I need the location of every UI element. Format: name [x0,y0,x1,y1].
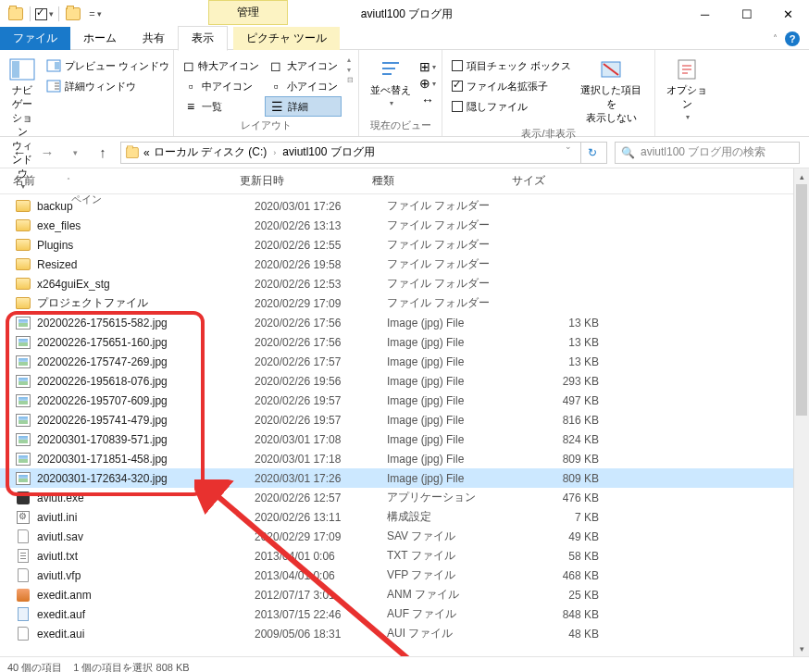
close-button[interactable]: ✕ [767,0,809,28]
table-row[interactable]: x264guiEx_stg2020/02/26 12:53ファイル フォルダー [0,274,793,293]
options-icon [672,57,702,81]
app-icon[interactable] [6,4,26,24]
table-row[interactable]: backup2020/03/01 17:26ファイル フォルダー [0,196,793,216]
table-row[interactable]: exe_files2020/02/26 13:13ファイル フォルダー [0,216,793,235]
table-row[interactable]: aviutl.ini2020/02/26 13:11構成設定7 KB [0,507,793,527]
scroll-up-button[interactable]: ▴ [794,168,809,184]
file-name: 20200226-175747-269.jpg [37,355,255,368]
column-name[interactable]: 名前˄ [13,173,240,189]
qat-properties-icon[interactable]: ▾ [34,4,55,24]
table-row[interactable]: aviutl.exe2020/02/26 12:57アプリケーション476 KB [0,488,793,507]
table-row[interactable]: 20200301-171851-458.jpg2020/03/01 17:18I… [0,449,793,468]
collapse-ribbon-button[interactable]: ˄ [773,33,778,44]
scroll-down-button[interactable]: ▾ [794,641,809,656]
file-size: 809 KB [527,453,599,466]
table-row[interactable]: 20200301-170839-571.jpg2020/03/01 17:08I… [0,429,793,449]
m-icons-icon: ▫ [183,79,198,93]
autosize-icon[interactable]: ↔ [420,93,435,107]
breadcrumb-part-1[interactable]: ローカル ディスク (C:) [154,144,268,160]
breadcrumb-part-2[interactable]: aviutl100 ブログ用 [282,144,374,160]
file-size: 13 KB [527,317,599,330]
folder-icon [15,198,31,215]
hidden-files-toggle[interactable]: 隠しファイル [448,96,575,117]
address-dropdown-icon[interactable]: ⌄ [559,142,578,164]
table-row[interactable]: exedit.anm2012/07/17 3:01ANM ファイル25 KB [0,585,793,604]
minimize-button[interactable]: ─ [684,0,726,28]
column-size[interactable]: サイズ [512,173,595,189]
table-row[interactable]: exedit.auf2013/07/15 22:46AUF ファイル848 KB [0,604,793,624]
quick-access-toolbar: ▾ =▾ [0,4,111,24]
table-row[interactable]: 20200226-195707-609.jpg2020/02/26 19:57I… [0,391,793,410]
layout-scroll-down[interactable]: ▾ [347,66,354,74]
preview-pane-button[interactable]: プレビュー ウィンドウ [43,56,173,76]
vertical-scrollbar[interactable]: ▴ ▾ [793,168,809,656]
table-row[interactable]: 20200226-195741-479.jpg2020/02/26 19:57I… [0,410,793,429]
table-row[interactable]: Resized2020/02/26 19:58ファイル フォルダー [0,255,793,274]
table-row[interactable]: 20200226-175651-160.jpg2020/02/26 17:56I… [0,332,793,352]
file-type: ファイル フォルダー [387,256,527,272]
file-type: Image (jpg) File [387,414,527,427]
add-columns-icon[interactable]: ⊕▾ [420,76,435,91]
list-view-button[interactable]: ≡一覧 [180,96,261,117]
layout-scroll-up[interactable]: ▴ [347,56,354,64]
hide-selected-button[interactable]: 選択した項目を 表示しない [579,56,643,127]
tab-view[interactable]: 表示 [178,26,228,51]
table-row[interactable]: 20200301-172634-320.jpg2020/03/01 17:26I… [0,468,793,488]
qat-customize-dropdown[interactable]: =▾ [85,4,106,24]
table-row[interactable]: 20200226-195618-076.jpg2020/02/26 19:56I… [0,371,793,391]
file-name: プロジェクトファイル [37,295,255,311]
table-row[interactable]: 20200226-175747-269.jpg2020/02/26 17:57I… [0,352,793,371]
breadcrumb-sep-icon[interactable]: › [273,148,276,157]
column-type[interactable]: 種類 [372,173,512,189]
details-view-button[interactable]: ☰詳細 [265,96,342,117]
address-bar[interactable]: « ローカル ディスク (C:) › aviutl100 ブログ用 ⌄ ↻ [120,142,607,164]
l-icons-button[interactable]: ◻大アイコン [265,56,342,76]
tab-share[interactable]: 共有 [130,27,178,50]
details-pane-button[interactable]: 詳細ウィンドウ [43,76,173,96]
table-row[interactable]: Plugins2020/02/26 12:55ファイル フォルダー [0,235,793,255]
qat-newfolder-icon[interactable] [63,4,83,24]
up-button[interactable]: ↑ [93,143,113,163]
forward-button[interactable]: → [37,143,57,163]
table-row[interactable]: 20200226-175615-582.jpg2020/02/26 17:56I… [0,313,793,332]
file-type: Image (jpg) File [387,472,527,485]
tab-picture-tools[interactable]: ピクチャ ツール [233,27,340,50]
item-checkboxes-toggle[interactable]: 項目チェック ボックス [448,56,575,76]
hide-selected-icon [596,57,626,81]
column-date[interactable]: 更新日時 [240,173,372,189]
tab-home[interactable]: ホーム [70,27,130,50]
tab-file[interactable]: ファイル [0,27,70,50]
search-input[interactable]: 🔍 aviutl100 ブログ用の検索 [615,142,800,164]
file-list[interactable]: 名前˄ 更新日時 種類 サイズ backup2020/03/01 17:26ファ… [0,168,793,656]
help-icon[interactable]: ? [785,31,800,46]
file-name: Resized [37,258,255,271]
table-row[interactable]: プロジェクトファイル2020/02/29 17:09ファイル フォルダー [0,293,793,313]
file-name: 20200226-175615-582.jpg [37,317,255,330]
scroll-thumb[interactable] [796,184,807,416]
file-type: Image (jpg) File [387,375,527,388]
maximize-button[interactable]: ☐ [726,0,767,28]
table-row[interactable]: exedit.aui2009/05/06 18:31AUI ファイル48 KB [0,624,793,643]
table-row[interactable]: aviutl.txt2013/04/01 0:06TXT ファイル58 KB [0,546,793,566]
folder-icon [15,218,31,234]
list-icon: ≡ [183,99,198,114]
layout-more[interactable]: ⊟ [347,76,354,84]
group-by-icon[interactable]: ⊞▾ [420,59,435,74]
back-button[interactable]: ← [9,143,30,163]
refresh-button[interactable]: ↻ [580,142,603,164]
img-icon [15,315,31,331]
sort-button[interactable]: 並べ替え▾ [365,56,417,109]
file-ext-toggle[interactable]: ファイル名拡張子 [448,76,575,96]
breadcrumb-overflow[interactable]: « [143,146,150,159]
table-row[interactable]: aviutl.sav2020/02/29 17:09SAV ファイル49 KB [0,527,793,546]
file-size: 468 KB [527,569,599,582]
file-size: 824 KB [527,433,599,446]
m-icons-button[interactable]: ▫中アイコン [180,76,261,96]
s-icons-button[interactable]: ▫小アイコン [265,76,342,96]
options-button[interactable]: オプション▾ [661,56,713,123]
file-name: 20200226-195707-609.jpg [37,394,255,407]
file-type: Image (jpg) File [387,355,527,368]
xl-icons-button[interactable]: ◻特大アイコン [180,56,261,76]
table-row[interactable]: aviutl.vfp2013/04/01 0:06VFP ファイル468 KB [0,566,793,585]
recent-locations-dropdown[interactable]: ▾ [65,143,85,163]
